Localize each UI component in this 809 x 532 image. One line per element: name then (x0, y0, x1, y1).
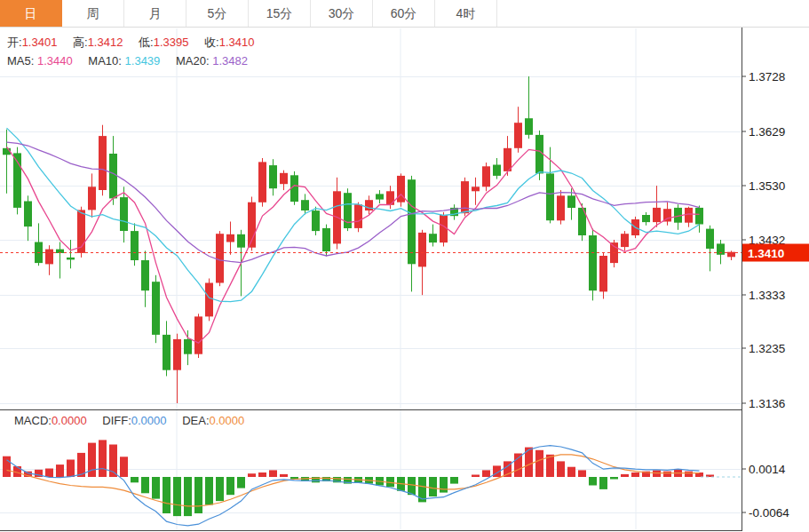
candle-body (418, 233, 426, 267)
candle-body (184, 339, 192, 354)
candle-body (429, 234, 437, 242)
candle-body (493, 165, 501, 176)
price-axis-label: 1.3235 (749, 342, 785, 355)
macd-bar (685, 472, 693, 477)
candle-body (67, 258, 75, 260)
macd-bar (173, 477, 181, 516)
macd-bar (535, 450, 543, 477)
macd-bar (120, 457, 128, 477)
candle-body (621, 234, 629, 247)
macd-bar (472, 475, 480, 478)
candle-body (653, 208, 661, 222)
tab-15min[interactable]: 15分 (249, 0, 311, 27)
macd-bar (450, 477, 458, 484)
candle-body (141, 260, 149, 290)
macd-bar (599, 477, 607, 489)
candle-body (163, 335, 171, 370)
candle-body (642, 215, 650, 222)
macd-bar (184, 477, 192, 516)
candle-body (397, 176, 405, 202)
candle-body (269, 165, 277, 188)
tab-5min[interactable]: 5分 (186, 0, 249, 27)
macd-bar (3, 457, 11, 477)
ma-legend: MA5: 1.3440 MA10: 1.3439 MA20: 1.3482 (7, 54, 260, 67)
macd-bar (408, 477, 416, 495)
tab-month[interactable]: 月 (124, 0, 186, 27)
macd-bar (248, 473, 256, 477)
ma10-readout: MA10: 1.3439 (88, 54, 160, 67)
macd-bar (589, 477, 597, 486)
macd-bar (280, 474, 288, 477)
candle-body (525, 118, 533, 135)
macd-axis-label: 0.0014 (749, 463, 786, 476)
candle-body (514, 123, 522, 148)
macd-bar (67, 460, 75, 478)
macd-bar (163, 477, 171, 513)
candle-body (131, 231, 139, 260)
price-axis-label: 1.3136 (749, 397, 785, 410)
tab-60min[interactable]: 60分 (373, 0, 435, 27)
candle-body (354, 204, 362, 228)
macd-axis-label: -0.0064 (749, 506, 789, 520)
candle-body (237, 234, 245, 248)
macd-bar (557, 461, 565, 477)
candle-body (216, 234, 224, 282)
macd-bar (621, 474, 629, 477)
tab-week[interactable]: 周 (62, 0, 124, 27)
macd-bar (216, 477, 224, 501)
diff-readout: DIFF:0.0000 (102, 414, 166, 427)
dea-readout: DEA:0.0000 (182, 414, 244, 427)
candle-body (589, 235, 597, 290)
candle-body (226, 234, 234, 242)
high-readout: 高:1.3412 (73, 36, 123, 49)
candle-body (386, 191, 394, 205)
macd-bar (514, 454, 522, 478)
candle-body (109, 154, 117, 198)
candle-body (482, 166, 490, 187)
open-readout: 开:1.3401 (7, 36, 57, 49)
candle-body (205, 283, 213, 317)
candle-body (695, 208, 703, 225)
candle-body (258, 162, 266, 202)
macd-bar (429, 477, 437, 496)
macd-bar (99, 440, 107, 477)
macd-bar (269, 470, 277, 477)
candle-body (280, 173, 288, 184)
price-axis-label: 1.3530 (749, 179, 785, 193)
macd-bar (567, 467, 575, 477)
macd-bar (152, 477, 160, 499)
macd-bar (578, 470, 586, 477)
candle-body (24, 202, 32, 227)
close-readout: 收:1.3410 (204, 36, 254, 49)
ohlc-legend: 开:1.3401 高:1.3412 低:1.3395 收:1.3410 (7, 35, 266, 51)
macd-bar (56, 465, 64, 477)
candle-body (557, 195, 565, 220)
candle-body (120, 197, 128, 231)
macd-legend: MACD:0.0000 DIFF:0.0000 DEA:0.0000 (14, 414, 257, 427)
candle-body (152, 282, 160, 335)
chart-canvas[interactable]: 1.37281.36291.35301.34321.33331.32351.31… (0, 0, 809, 532)
candle-body (408, 179, 416, 264)
macd-bar (653, 470, 661, 477)
kline-chart-page: 日 周 月 5分 15分 30分 60分 4时 1.37281.36291.35… (0, 0, 809, 532)
candle-body (322, 228, 330, 251)
current-price-badge-label: 1.3410 (748, 247, 784, 260)
candle-body (535, 135, 543, 174)
candle-body (365, 200, 373, 210)
candle-body (376, 194, 384, 199)
period-tabbar: 日 周 月 5分 15分 30分 60分 4时 (0, 0, 809, 28)
macd-bar (482, 470, 490, 477)
macd-bar (141, 477, 149, 493)
candle-body (194, 316, 202, 353)
price-axis-label: 1.3728 (749, 70, 785, 83)
tab-4hour[interactable]: 4时 (435, 0, 497, 27)
candle-body (546, 173, 554, 220)
candle-body (88, 187, 96, 210)
candle-body (706, 229, 714, 249)
candle-body (312, 210, 320, 231)
tab-30min[interactable]: 30分 (311, 0, 373, 27)
macd-bar (610, 477, 618, 480)
candle-body (472, 187, 480, 191)
tab-day[interactable]: 日 (0, 0, 62, 27)
candle-body (599, 256, 607, 291)
